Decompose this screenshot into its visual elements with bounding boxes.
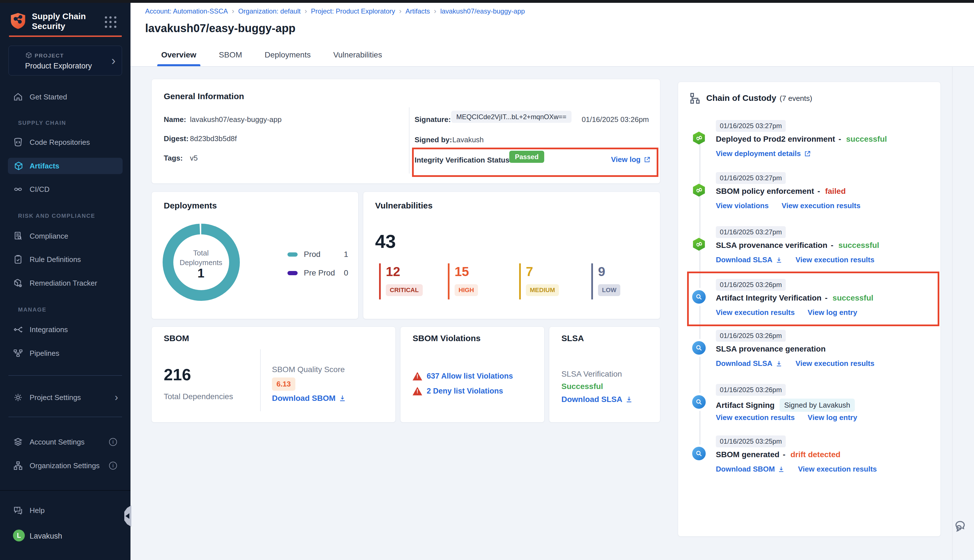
app-title: Supply Chain Security [32, 11, 97, 31]
sidebar-item-code-repositories[interactable]: Code Repositories [0, 136, 130, 148]
signature-timestamp: 01/16/2025 03:26pm [582, 115, 649, 124]
event-timestamp: 01/16/2025 03:26pm [716, 330, 786, 342]
sidebar-item-account-settings[interactable]: Account Settings i [0, 436, 130, 448]
slsa-title: SLSA [561, 333, 584, 343]
info-icon[interactable]: i [109, 438, 117, 446]
tab-bar: Overview SBOM Deployments Vulnerabilitie… [157, 50, 386, 66]
chain-of-custody-hierarchy-icon [689, 92, 701, 105]
critical-badge: CRITICAL [386, 284, 423, 296]
sidebar-divider [8, 417, 122, 417]
deployments-title: Deployments [164, 201, 217, 210]
sidebar-item-compliance[interactable]: Compliance [0, 230, 130, 242]
event-timestamp: 01/16/2025 03:26pm [716, 384, 786, 396]
event-status: successful [839, 135, 887, 144]
view-log-link[interactable]: View log [611, 155, 651, 164]
vertical-divider [409, 107, 410, 173]
ssca-scan-icon [692, 341, 706, 355]
view-violations-link[interactable]: View violations [716, 202, 769, 210]
legend-item-pre-prod: Pre Prod 0 [287, 268, 349, 277]
chain-event-artifact-integrity: 01/16/2025 03:26pm Artifact Integrity Ve… [716, 279, 933, 327]
view-execution-results-link[interactable]: View execution results [796, 255, 874, 264]
digest-value: 8d23bd3b5d8f [190, 134, 237, 143]
sidebar-item-rule-definitions[interactable]: Rule Definitions [0, 253, 130, 266]
sidebar-item-pipelines[interactable]: Pipelines [0, 347, 130, 360]
medium-badge: MEDIUM [526, 284, 559, 296]
deployments-card: Deployments Total Deployments 1 Prod 1 P… [151, 192, 359, 319]
project-selector[interactable]: PROJECT Product Exploratory › [8, 46, 122, 75]
breadcrumb-organization[interactable]: Organization: default [238, 7, 307, 15]
page-header: Account: Automation-SSCA Organization: d… [130, 3, 974, 67]
sidebar-item-integrations[interactable]: Integrations [0, 323, 130, 336]
prod-legend-swatch [287, 252, 298, 257]
vertical-divider [260, 349, 261, 411]
sbom-card: SBOM 216 Total Dependencies SBOM Quality… [151, 327, 396, 423]
download-icon [625, 395, 633, 403]
remediation-tracker-icon [13, 278, 23, 288]
info-icon[interactable]: i [109, 462, 117, 470]
tab-deployments[interactable]: Deployments [261, 50, 315, 66]
sidebar: Supply Chain Security PROJECT Product Ex… [0, 0, 130, 560]
accent-divider [9, 35, 122, 37]
sidebar-item-cicd[interactable]: CI/CD [0, 183, 130, 195]
event-status: successful [825, 293, 873, 303]
download-sbom-link[interactable]: Download SBOM [272, 394, 346, 403]
home-icon [13, 92, 23, 102]
rule-definitions-clipboard-icon [13, 254, 23, 265]
artifact-name-value: lavakush07/easy-buggy-app [190, 115, 282, 124]
breadcrumb-project[interactable]: Project: Product Exploratory [311, 7, 401, 15]
chain-event-slsa-verification: ∞ 01/16/2025 03:27pm SLSA provenance ver… [716, 226, 933, 274]
view-deployment-details-link[interactable]: View deployment details [716, 149, 811, 158]
section-label-manage: MANAGE [18, 307, 47, 313]
module-grid-icon[interactable] [105, 16, 117, 28]
critical-count: 12 [386, 264, 400, 279]
view-execution-results-link[interactable]: View execution results [716, 413, 795, 422]
view-execution-results-link[interactable]: View execution results [798, 465, 877, 473]
view-execution-results-link[interactable]: View execution results [716, 308, 795, 317]
cicd-infinity-icon [13, 184, 23, 194]
view-execution-results-link[interactable]: View execution results [796, 359, 874, 368]
sidebar-item-help[interactable]: ? Help [0, 504, 130, 517]
allow-list-violations-row: 637 Allow list Violations [413, 372, 513, 380]
tab-sbom[interactable]: SBOM [215, 50, 246, 66]
download-slsa-link[interactable]: Download SLSA [716, 359, 783, 368]
support-chat-icon[interactable] [955, 519, 969, 533]
tab-overview[interactable]: Overview [157, 50, 200, 66]
sidebar-item-project-settings[interactable]: Project Settings › [0, 391, 130, 404]
section-label-supply-chain: SUPPLY CHAIN [18, 120, 66, 126]
breadcrumb-artifacts[interactable]: Artifacts [405, 7, 436, 15]
user-avatar[interactable]: L [13, 530, 25, 542]
download-slsa-link[interactable]: Download SLSA [561, 395, 633, 404]
gear-icon [13, 392, 23, 403]
deny-list-violations-link[interactable]: 2 Deny list Violations [427, 387, 503, 395]
view-log-entry-link[interactable]: View log entry [808, 413, 857, 422]
breadcrumb-artifact-name[interactable]: lavakush07/easy-buggy-app [440, 7, 525, 15]
download-slsa-link[interactable]: Download SLSA [716, 255, 783, 264]
code-repositories-icon [13, 137, 23, 147]
sidebar-item-artifacts[interactable]: Artifacts [8, 158, 123, 174]
chain-event-slsa-generation: 01/16/2025 03:26pm SLSA provenance gener… [716, 330, 933, 378]
sidebar-divider [8, 375, 122, 376]
integrations-icon [13, 325, 23, 335]
signed-by-label: Signed by: [415, 135, 452, 144]
warning-icon [413, 372, 422, 380]
signed-by-badge: Signed by Lavakush [779, 398, 854, 412]
slsa-verification-status: Successful [561, 382, 603, 391]
download-sbom-link[interactable]: Download SBOM [716, 465, 785, 473]
tab-vulnerabilities[interactable]: Vulnerabilities [329, 50, 386, 66]
sidebar-item-remediation-tracker[interactable]: Remediation Tracker [0, 277, 130, 289]
integrity-passed-badge: Passed [509, 151, 544, 163]
user-name[interactable]: Lavakush [30, 532, 62, 540]
breadcrumb-account[interactable]: Account: Automation-SSCA [145, 7, 234, 15]
chain-of-custody-card: Chain of Custody(7 events) ∞ 01/16/2025 … [678, 82, 941, 537]
view-log-entry-link[interactable]: View log entry [808, 308, 857, 317]
event-timestamp: 01/16/2025 03:25pm [716, 435, 786, 447]
download-icon [775, 360, 783, 367]
sidebar-item-get-started[interactable]: Get Started [0, 91, 130, 103]
allow-list-violations-link[interactable]: 637 Allow list Violations [427, 372, 513, 380]
sidebar-item-organization-settings[interactable]: Organization Settings i [0, 460, 130, 472]
view-execution-results-link[interactable]: View execution results [782, 202, 861, 210]
name-label: Name: [164, 115, 186, 124]
external-link-icon [644, 156, 651, 163]
total-deployments-value: 1 [173, 268, 229, 278]
cd-deploy-icon: ∞ [692, 131, 706, 145]
